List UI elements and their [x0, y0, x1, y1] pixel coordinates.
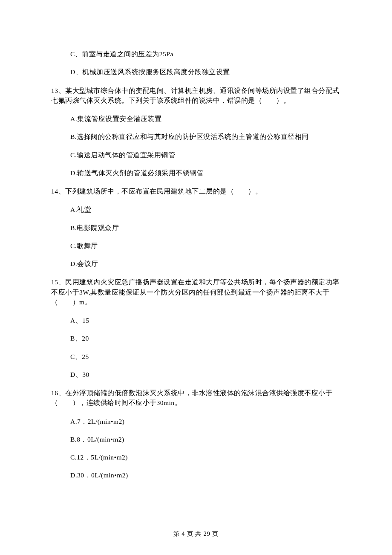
question-14-opt-b: B.电影院观众厅: [70, 223, 342, 233]
prev-option-c: C、前室与走道之间的压差为25Pa: [70, 49, 342, 59]
question-15-opt-a: A、15: [70, 315, 342, 325]
question-14-stem: 14、下列建筑场所中，不应布置在民用建筑地下二层的是（ ）。: [51, 186, 342, 196]
question-14-opt-d: D.会议厅: [70, 259, 342, 269]
page-footer: 第 4 页 共 29 页: [0, 530, 392, 538]
question-16-opt-b: B.8．0L/(min•m2): [70, 434, 342, 444]
question-13-opt-d: D.输送气体灭火剂的管道必须采用不锈钢管: [70, 168, 342, 178]
question-16-options: A.7．2L/(min•m2) B.8．0L/(min•m2) C.12．5L/…: [51, 416, 342, 480]
question-16-opt-a: A.7．2L/(min•m2): [70, 416, 342, 426]
question-15-opt-d: D、30: [70, 370, 342, 379]
question-13-opt-a: A.集流管应设置安全灌压装置: [70, 114, 342, 124]
question-15-opt-b: B、20: [70, 333, 342, 343]
question-15-stem: 15、民用建筑内火灾应急广播扬声器设置在走道和大厅等公共场所时，每个扬声器的额定…: [51, 277, 342, 307]
question-14-opt-c: C.歌舞厅: [70, 241, 342, 251]
question-14-opt-a: A.礼堂: [70, 205, 342, 214]
question-16-opt-c: C.12．5L/(min•m2): [70, 452, 342, 462]
question-16-opt-d: D.30．0L/(min•m2): [70, 470, 342, 480]
question-15-options: A、15 B、20 C、25 D、30: [51, 315, 342, 379]
question-13-opt-b: B.选择阀的公称直径应和与其对应的防护区没活系统的主管道的公称直径相同: [70, 132, 342, 142]
page: C、前室与走道之间的压差为25Pa D、机械加压送风系统按服务区段高度分段独立设…: [0, 0, 392, 555]
question-13-opt-c: C.输送启动气体的管道宜采用铜管: [70, 150, 342, 160]
question-16-stem: 16、在外浮顶储罐的低倍数泡沫灭火系统中，非水溶性液体的泡沫混合液供给强度不应小…: [51, 388, 342, 408]
prev-option-d: D、机械加压送风系统按服务区段高度分段独立设置: [70, 67, 342, 77]
question-15-opt-c: C、25: [70, 352, 342, 361]
question-13-options: A.集流管应设置安全灌压装置 B.选择阀的公称直径应和与其对应的防护区没活系统的…: [51, 114, 342, 178]
question-14-options: A.礼堂 B.电影院观众厅 C.歌舞厅 D.会议厅: [51, 205, 342, 269]
question-13-stem: 13、某大型城市综合体中的变配电间、计算机主机房、通讯设备间等场所内设置了组合分…: [51, 86, 342, 106]
